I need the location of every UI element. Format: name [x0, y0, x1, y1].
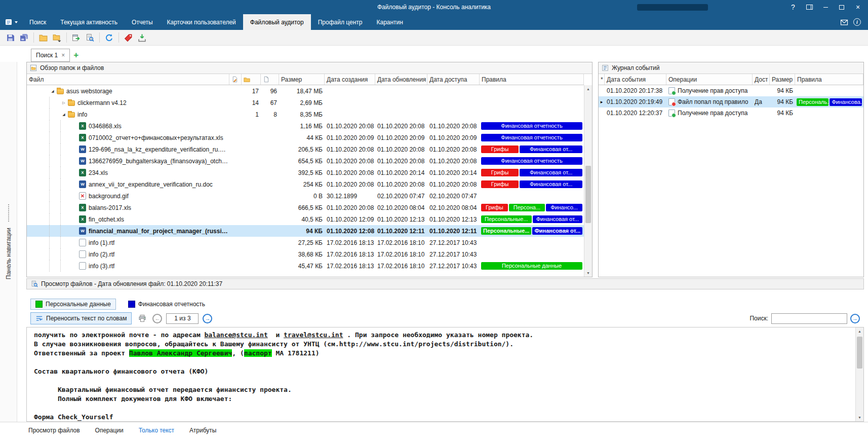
column-header[interactable]: Размер [279, 74, 325, 85]
file-row[interactable]: info (1).rtf27,25 КБ17.02.2016 18:1317.0… [27, 237, 584, 248]
menu-item[interactable]: Поиск [22, 14, 53, 30]
column-header[interactable] [242, 74, 261, 85]
file-row[interactable]: Wfinancial_manual_for_project_manager_(r… [27, 225, 584, 237]
menu-item[interactable]: Отчеты [125, 14, 160, 30]
print-button[interactable] [136, 312, 148, 324]
scroll-down-icon[interactable]: ▼ [856, 414, 863, 421]
modified-cell [229, 202, 242, 213]
viewer-scrollbar[interactable]: ▲ ▼ [855, 327, 863, 421]
next-page-button[interactable]: → [203, 314, 212, 323]
menu-item[interactable]: Текущая активность [53, 14, 125, 30]
help-button[interactable]: ? [785, 1, 801, 13]
column-header[interactable]: Операции [666, 74, 753, 85]
column-header[interactable]: Размер [770, 74, 795, 85]
tree-expand-icon[interactable]: ◢ [60, 113, 67, 117]
splitter-grip-icon[interactable] [8, 204, 9, 222]
tree-expand-icon[interactable]: ▷ [60, 101, 67, 105]
column-header[interactable]: Правила [795, 74, 863, 85]
file-row[interactable]: X0346868.xls1,16 МБ01.10.2020 20:0801.10… [27, 120, 584, 132]
info-icon[interactable]: i [853, 18, 861, 26]
file-row[interactable]: info (3).rtf45,47 КБ17.02.2016 18:1317.0… [27, 260, 584, 272]
search-input[interactable] [771, 313, 847, 324]
file-count-cell [261, 155, 279, 167]
column-header[interactable]: Правила [480, 74, 584, 85]
navigation-panel-label[interactable]: Панель навигации [5, 228, 12, 279]
app-menu-button[interactable] [0, 14, 22, 30]
search-go-button[interactable]: → [850, 314, 860, 323]
navigation-panel[interactable]: Панель навигации [0, 62, 17, 422]
file-row[interactable]: X0710002_отчет+о+финансовых+результатах.… [27, 132, 584, 143]
file-row[interactable]: ▷clickermann v4.1214672,69 МБ [27, 97, 584, 108]
folder-open-button[interactable] [37, 31, 50, 44]
save-button[interactable] [4, 31, 17, 44]
close-button[interactable]: × [850, 1, 866, 13]
operation-icon [668, 87, 675, 94]
file-row[interactable]: X234.xls392,5 КБ01.10.2020 20:0801.10.20… [27, 167, 584, 178]
event-row[interactable]: 01.10.2020 20:17:38Получение прав доступ… [599, 85, 863, 96]
minimize-button[interactable] [817, 1, 834, 13]
word-wrap-toggle-button[interactable]: Переносить текст по словам [30, 312, 132, 324]
column-header[interactable]: Дата обновления [375, 74, 427, 85]
scroll-down-icon[interactable]: ▼ [584, 269, 592, 277]
column-header[interactable]: Дата создания [325, 74, 375, 85]
size-cell: 254 КБ [279, 178, 325, 190]
export-button[interactable] [70, 31, 83, 44]
file-row[interactable]: Xbalans-2017.xls666,5 КБ01.10.2020 20:08… [27, 202, 584, 213]
column-header[interactable] [229, 74, 242, 85]
file-row[interactable]: W129-696_nsa_la_kz_expenditure_verificat… [27, 143, 584, 155]
tab-search-1[interactable]: Поиск 1 × [31, 49, 70, 62]
file-row[interactable]: Wannex_vii_tor_expenditure_verification_… [27, 178, 584, 190]
tree-guide [49, 132, 60, 143]
bottom-tab[interactable]: Только текст [139, 427, 174, 434]
file-count-cell [261, 132, 279, 143]
scroll-up-icon[interactable]: ▲ [584, 85, 592, 93]
event-row[interactable]: ▸01.10.2020 20:19:49Файл попал под прави… [599, 96, 863, 107]
event-row[interactable]: 01.10.2020 12:20:37Получение прав доступ… [599, 107, 863, 119]
send-report-icon[interactable] [840, 18, 848, 26]
previous-page-button[interactable]: ← [152, 314, 162, 323]
file-row[interactable]: ◢info188,35 МБ [27, 108, 584, 120]
preview-button[interactable] [84, 31, 96, 44]
column-header[interactable]: * [599, 74, 605, 85]
file-row[interactable]: Xfin_otchet.xls40,5 КБ01.10.2020 12:0901… [27, 213, 584, 225]
menu-item[interactable]: Файловый аудитор [243, 14, 311, 30]
file-row[interactable]: ◢asus webstorage179618,47 МБ [27, 85, 584, 97]
download-button[interactable] [136, 31, 148, 44]
save-all-button[interactable] [18, 31, 30, 44]
folder-dropdown-button[interactable] [51, 31, 63, 44]
viewer-search: Поиск: → [749, 313, 860, 324]
rule-tag-toggle[interactable]: Финансовая отчетность [123, 299, 210, 310]
refresh-button[interactable] [103, 31, 115, 44]
panel-toggle-button[interactable] [801, 1, 817, 13]
menu-item[interactable]: Карточки пользователей [160, 14, 243, 30]
column-header[interactable]: Файл [27, 74, 229, 85]
scrollbar-thumb[interactable] [857, 337, 862, 369]
rule-chip: Финансовая отчетность [481, 134, 582, 141]
rules-cell: Персональные...Финансовая от... [480, 225, 584, 237]
menu-item[interactable]: Карантин [369, 14, 410, 30]
modified-cell [229, 167, 242, 178]
tree-expand-icon[interactable]: ◢ [49, 89, 56, 93]
add-tab-button[interactable]: + [70, 49, 82, 62]
file-row[interactable]: info (2).rtf38,68 КБ17.02.2016 18:1317.0… [27, 248, 584, 260]
file-row[interactable]: W1366276959_buhgalterskaya_(finansovaya)… [27, 155, 584, 167]
bottom-tab[interactable]: Атрибуты [189, 427, 216, 434]
bottom-tab[interactable]: Просмотр файлов [28, 427, 80, 434]
column-header[interactable]: Дата доступа [427, 74, 480, 85]
tag-button[interactable] [122, 31, 135, 44]
menu-item[interactable]: Профайл центр [311, 14, 370, 30]
file-row[interactable]: ✕background.gif0 В30.12.189902.10.2020 0… [27, 190, 584, 202]
file-table-scrollbar[interactable]: ▲ ▼ [584, 85, 592, 277]
word-wrap-label: Переносить текст по словам [46, 315, 127, 322]
rule-tag-toggle[interactable]: Персональные данные [30, 299, 116, 310]
column-header[interactable]: Дата события [605, 74, 666, 85]
column-header[interactable]: Дост [753, 74, 770, 85]
page-indicator[interactable]: 1 из 3 [166, 313, 199, 324]
column-header[interactable] [261, 74, 279, 85]
scrollbar-thumb[interactable] [585, 166, 591, 223]
scroll-up-icon[interactable]: ▲ [856, 327, 863, 335]
viewer-text[interactable]: получить по электронной почте - по адрес… [27, 327, 855, 421]
close-tab-icon[interactable]: × [61, 52, 65, 58]
maximize-button[interactable] [834, 1, 850, 13]
bottom-tab[interactable]: Операции [95, 427, 124, 434]
